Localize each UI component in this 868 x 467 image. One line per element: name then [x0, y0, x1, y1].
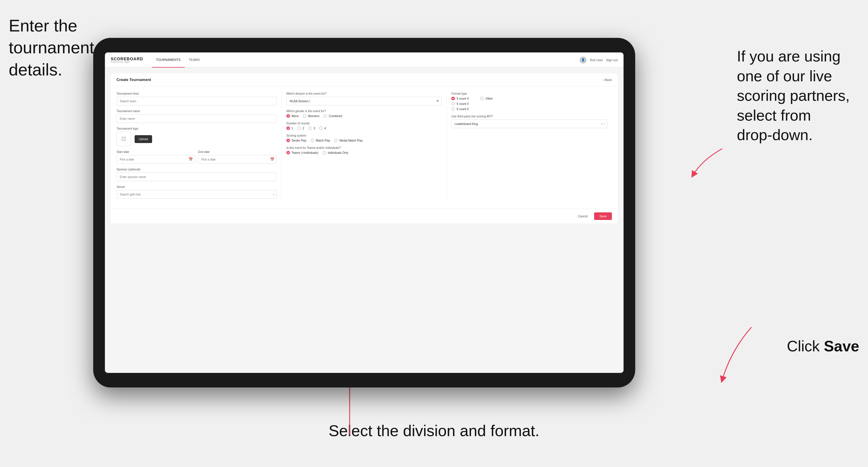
sponsor-group: Sponsor (optional): [117, 168, 277, 181]
user-avatar: 👤: [580, 57, 587, 63]
division-select[interactable]: NCAA Division I: [286, 97, 442, 105]
logo-placeholder: 🖼: [117, 132, 131, 146]
tablet-screen: SCOREBOARD Powered by clippit TOURNAMENT…: [105, 53, 624, 373]
live-scoring-select[interactable]: Leaderboard King × ‹: [451, 119, 607, 128]
form-col-right: Format type 5 count 4 6 count: [447, 92, 612, 203]
rounds-1[interactable]: 1: [286, 126, 293, 130]
brand: SCOREBOARD Powered by clippit: [111, 57, 143, 63]
division-label: Which division is the event for?: [286, 92, 442, 95]
rounds-options: 1 2 3: [286, 126, 442, 130]
tablet-device: SCOREBOARD Powered by clippit TOURNAMENT…: [93, 38, 635, 387]
gender-womens-radio[interactable]: [303, 114, 306, 118]
team-individual-options: Teams (+Individuals) Individuals Only: [286, 151, 442, 154]
cancel-button[interactable]: Cancel: [574, 213, 591, 220]
scoring-group: Scoring system Stroke Play Match Play: [286, 134, 442, 142]
format-5count4[interactable]: 5 count 4: [451, 97, 468, 100]
signout-link[interactable]: Sign out: [606, 58, 618, 62]
teams-radio[interactable]: [286, 151, 290, 154]
start-date-input[interactable]: [117, 155, 195, 164]
upload-button[interactable]: Upload: [135, 135, 152, 143]
tournament-name-input[interactable]: [117, 114, 277, 123]
format-6count4[interactable]: 6 count 4: [451, 102, 468, 105]
scoring-label: Scoring system: [286, 134, 442, 137]
end-date-wrapper: 📅: [198, 155, 277, 164]
scoring-medal-radio[interactable]: [334, 139, 338, 142]
form-body: Tournament Host Tournament name Tourname…: [111, 86, 618, 209]
back-link[interactable]: ‹ Back: [603, 78, 612, 82]
form-col-middle: Which division is the event for? NCAA Di…: [282, 92, 447, 203]
calendar-icon-end: 📅: [270, 157, 275, 161]
end-date-group: End date 📅: [198, 150, 277, 164]
calendar-icon-start: 📅: [188, 157, 193, 161]
brand-title: SCOREBOARD: [111, 57, 143, 61]
scoring-stroke-radio[interactable]: [286, 139, 290, 142]
form-title: Create Tournament: [117, 77, 151, 82]
nav-tournaments[interactable]: TOURNAMENTS: [152, 53, 185, 68]
live-scoring-clear[interactable]: × ‹: [601, 122, 605, 126]
end-date-input[interactable]: [198, 155, 277, 164]
format-options-wrapper: 5 count 4 6 count 4 6 count 5: [451, 97, 607, 111]
navbar-right: 👤 Test User Sign out: [580, 57, 618, 63]
individuals-radio[interactable]: [322, 151, 326, 154]
tournament-host-input[interactable]: [117, 97, 277, 105]
sponsor-input[interactable]: [117, 173, 277, 181]
nav-links: TOURNAMENTS TEAMS: [152, 53, 580, 68]
scoring-medal[interactable]: Medal Match Play: [334, 139, 363, 142]
rounds-4-radio[interactable]: [319, 126, 322, 130]
save-button[interactable]: Save: [594, 212, 612, 220]
logo-area: 🖼 Upload: [117, 132, 277, 146]
form-col-left: Tournament Host Tournament name Tourname…: [117, 92, 282, 203]
scoring-match-radio[interactable]: [311, 139, 314, 142]
date-group: Start date 📅 End date: [117, 150, 277, 164]
rounds-2-radio[interactable]: [297, 126, 301, 130]
start-date-wrapper: 📅: [117, 155, 195, 164]
rounds-4[interactable]: 4: [319, 126, 326, 130]
form-header: Create Tournament ‹ Back: [111, 73, 618, 86]
nav-teams[interactable]: TEAMS: [185, 53, 204, 68]
venue-label: Venue: [117, 185, 277, 188]
brand-sub: Powered by clippit: [111, 61, 143, 63]
tournament-host-label: Tournament Host: [117, 92, 277, 95]
tournament-logo-label: Tournament logo: [117, 127, 277, 130]
gender-mens-radio[interactable]: [286, 114, 290, 118]
rounds-3-radio[interactable]: [308, 126, 312, 130]
rounds-group: Number of rounds 1 2: [286, 122, 442, 130]
format-other[interactable]: Other: [480, 97, 493, 100]
rounds-3[interactable]: 3: [308, 126, 315, 130]
gender-group: Which gender is the event for? Mens Wome…: [286, 110, 442, 118]
format-other-option: Other: [480, 97, 493, 111]
live-scoring-wrapper: Leaderboard King × ‹: [451, 119, 607, 128]
gender-mens[interactable]: Mens: [286, 114, 299, 118]
team-individual-label: Is this event for Teams and/or Individua…: [286, 146, 442, 150]
format-type-label: Format type: [451, 92, 607, 95]
gender-combined-radio[interactable]: [323, 114, 327, 118]
venue-input[interactable]: [117, 190, 277, 199]
format-type-group: Format type 5 count 4 6 count: [451, 92, 607, 111]
gender-label: Which gender is the event for?: [286, 110, 442, 113]
format-6count5[interactable]: 6 count 5: [451, 107, 468, 111]
tournament-host-group: Tournament Host: [117, 92, 277, 105]
rounds-2[interactable]: 2: [297, 126, 304, 130]
individuals-option[interactable]: Individuals Only: [322, 151, 348, 154]
sponsor-label: Sponsor (optional): [117, 168, 277, 171]
rounds-1-radio[interactable]: [286, 126, 290, 130]
scoring-match[interactable]: Match Play: [311, 139, 330, 142]
end-date-label: End date: [198, 150, 277, 154]
gender-combined[interactable]: Combined: [323, 114, 342, 118]
format-other-radio[interactable]: [480, 97, 484, 100]
venue-select-wrapper: [117, 190, 277, 199]
gender-womens[interactable]: Womens: [303, 114, 319, 118]
annotation-bottom-center: Select the division and format.: [329, 421, 539, 441]
format-6count4-radio[interactable]: [451, 102, 455, 105]
format-5count4-radio[interactable]: [451, 97, 455, 100]
form-card: Create Tournament ‹ Back Tournament Host…: [111, 73, 618, 223]
scoring-stroke[interactable]: Stroke Play: [286, 139, 307, 142]
start-date-group: Start date 📅: [117, 150, 195, 164]
team-individual-group: Is this event for Teams and/or Individua…: [286, 146, 442, 154]
format-options-main: 5 count 4 6 count 4 6 count 5: [451, 97, 468, 111]
teams-option[interactable]: Teams (+Individuals): [286, 151, 318, 154]
live-scoring-group: Use third-party live scoring API? Leader…: [451, 115, 607, 128]
form-footer: Cancel Save: [111, 209, 618, 223]
format-6count5-radio[interactable]: [451, 107, 455, 111]
rounds-label: Number of rounds: [286, 122, 442, 125]
